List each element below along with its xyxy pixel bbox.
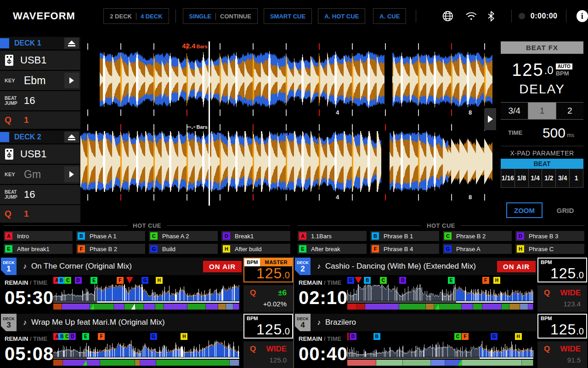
quantize-tempo-box[interactable]: Q±6 +0.02% — [243, 285, 293, 312]
deck2-main-waveform[interactable] — [80, 131, 496, 192]
beat-fx-beats-2[interactable]: 2 — [556, 103, 583, 119]
remain-time-label[interactable]: REMAIN / TIME — [299, 279, 346, 286]
deck3-overview-waveform[interactable]: ABCDEFGH — [53, 333, 239, 368]
auto-hot-cue-button[interactable]: A. HOT CUE — [318, 8, 365, 24]
hotcue-A[interactable]: A1.1Bars — [298, 231, 367, 241]
hotcue-H[interactable]: HAfter build — [221, 244, 290, 254]
remain-time-label[interactable]: REMAIN / TIME — [5, 279, 52, 286]
bluetooth-icon[interactable] — [487, 11, 495, 22]
deck3-badge[interactable]: DECK3 — [1, 314, 17, 331]
hotcue-D[interactable]: DBreak1 — [221, 231, 290, 241]
4-deck-option[interactable]: 4 DECK — [141, 13, 163, 20]
key-shift-button[interactable] — [64, 73, 79, 88]
beat-fx-beats-3/4[interactable]: 3/4 — [501, 103, 528, 119]
deck4-overview-waveform[interactable]: DBCFGH — [347, 333, 533, 368]
xpad-fraction-1/2[interactable]: 1/2 — [542, 169, 556, 187]
hotcue-D[interactable]: DPhrase B 3 — [515, 231, 584, 241]
xpad-fraction-1/16[interactable]: 1/16 — [501, 169, 515, 187]
source-row[interactable]: USB1 — [0, 144, 80, 164]
hotcue-B[interactable]: BPhrase B 1 — [370, 231, 439, 241]
play-mode-toggle[interactable]: SINGLE CONTINUE — [183, 8, 258, 24]
remain-time-label[interactable]: REMAIN / TIME — [5, 335, 52, 342]
overview-waveform-canvas[interactable] — [347, 284, 533, 301]
memory-cue-line — [347, 333, 349, 340]
quantize-tempo-box[interactable]: QWIDE 125.0 — [243, 341, 293, 368]
xpad-fraction-1/8[interactable]: 1/8 — [515, 169, 529, 187]
deck1-overview-waveform[interactable]: ABCDEFGH — [53, 276, 239, 312]
overview-waveform-canvas[interactable] — [53, 284, 239, 301]
quantize-tempo-box[interactable]: QWIDE 123.4 — [537, 285, 587, 312]
single-option[interactable]: SINGLE — [189, 13, 211, 20]
hotcue-F[interactable]: FPhase B 2 — [76, 244, 145, 254]
smart-cue-button[interactable]: SMART CUE — [264, 8, 312, 24]
beat-jump-row[interactable]: BEATJUMP 16 — [0, 91, 80, 110]
usb-icon — [5, 148, 14, 160]
hotcue-G[interactable]: GBuild — [149, 244, 218, 254]
deck2-badge[interactable]: DECK2 — [295, 258, 311, 275]
continue-option[interactable]: CONTINUE — [220, 13, 251, 20]
grid-button[interactable]: GRID — [547, 202, 583, 218]
tempo-range: WIDE — [560, 288, 581, 298]
auto-cue-button[interactable]: A. CUE — [373, 8, 406, 24]
deck1-header[interactable]: DECK 1 — [0, 37, 80, 50]
auto-bpm-badge: AUTO — [556, 63, 572, 69]
quantize-tempo-box[interactable]: QWIDE 91.5 — [537, 341, 587, 368]
deck1-main-waveform[interactable] — [80, 51, 496, 108]
deck4-badge[interactable]: DECK4 — [295, 314, 311, 331]
xpad-fraction-1[interactable]: 1 — [570, 169, 583, 187]
key-row[interactable]: KEY Ebm — [0, 71, 80, 90]
xpad-fraction-3/4[interactable]: 3/4 — [556, 169, 570, 187]
deck4-status-panel: DECK4 ♪ Brazilero REMAIN / TIME 00:40 DB… — [295, 314, 587, 368]
xpad-header: X-PAD PARAMETER — [501, 147, 583, 159]
hotcue-G[interactable]: GPhrase A — [443, 244, 512, 254]
xpad-fraction-1/4[interactable]: 1/4 — [529, 169, 543, 187]
wifi-icon[interactable] — [465, 11, 477, 21]
divider — [511, 10, 512, 23]
key-row[interactable]: KEY Gm — [0, 165, 80, 184]
original-bpm: 123.4 — [537, 298, 587, 308]
xpad-mode[interactable]: BEAT — [501, 159, 583, 169]
hotcue-B[interactable]: BPhase A 1 — [76, 231, 145, 241]
divider — [175, 10, 176, 23]
divider — [136, 13, 136, 20]
phrase-marker — [90, 304, 95, 310]
deck-count-toggle[interactable]: 2 DECK 4 DECK — [103, 8, 169, 24]
2-deck-option[interactable]: 2 DECK — [110, 13, 132, 20]
globe-icon[interactable] — [442, 10, 454, 22]
hotcue-marker-C: C — [64, 277, 71, 284]
hotcue-label: Phrase C — [529, 246, 554, 253]
beat-jump-row[interactable]: BEATJUMP 16 — [0, 185, 80, 204]
quantize-row[interactable]: Q 1 — [0, 205, 80, 223]
hotcue-marker-G: G — [141, 277, 148, 284]
hotcue-C[interactable]: CPhrase B 2 — [443, 231, 512, 241]
deck2-hot-cue-grid: A1.1BarsBPhrase B 1CPhrase B 2DPhrase B … — [298, 231, 584, 254]
zoom-button[interactable]: ZOOM — [506, 202, 543, 218]
overview-waveform-canvas[interactable] — [347, 340, 533, 357]
deck1-badge[interactable]: DECK1 — [1, 258, 17, 275]
remain-time-label[interactable]: REMAIN / TIME — [299, 335, 346, 342]
hotcue-letter-badge: H — [223, 245, 230, 253]
hotcue-F[interactable]: FPhrase B 4 — [370, 244, 439, 254]
sidebar-deck1-panel: DECK 1 USB1 KEY Ebm BEATJUMP 16 Q 1 — [0, 37, 80, 129]
key-shift-button[interactable] — [64, 167, 79, 182]
bpm-display: BPM 125.0 — [537, 258, 587, 282]
hotcue-C[interactable]: CPhase A 2 — [149, 231, 218, 241]
source-row[interactable]: USB1 — [0, 51, 80, 70]
hotcue-H[interactable]: HPhrase C — [515, 244, 584, 254]
deck2-header[interactable]: DECK 2 — [0, 131, 80, 144]
hotcue-label: Phase B 2 — [90, 246, 117, 253]
waveform-expand-button[interactable] — [484, 108, 496, 130]
overview-waveform-canvas[interactable] — [53, 340, 239, 357]
hotcue-A[interactable]: AIntro — [4, 231, 73, 241]
remain-time-value: 05:30 — [5, 288, 52, 307]
cue-marker-row: GBCDEFH — [347, 276, 533, 284]
beat-fx-beats-1[interactable]: 1 — [528, 103, 556, 119]
quantize-row[interactable]: Q 1 — [0, 111, 80, 129]
hotcue-E[interactable]: EAfter break — [298, 244, 367, 254]
hotcue-E[interactable]: EAfter break1 — [4, 244, 73, 254]
eject-button[interactable] — [64, 132, 79, 143]
info-icon[interactable]: i — [577, 10, 588, 22]
eject-button[interactable] — [64, 38, 79, 49]
deck2-overview-waveform[interactable]: GBCDEFH — [347, 276, 533, 312]
hotcue-marker-D: D — [350, 333, 356, 340]
